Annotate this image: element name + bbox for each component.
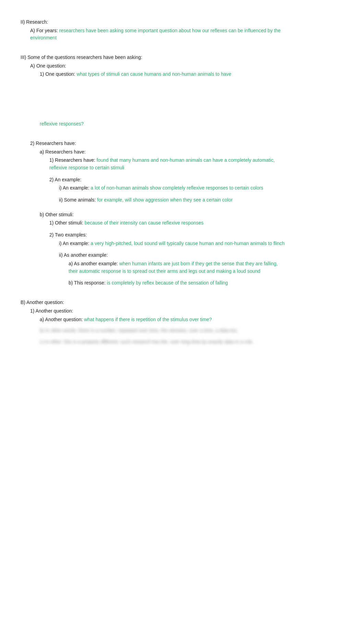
section-III-2-a-1-text: 1) Researchers have: <box>49 157 95 163</box>
section-III-2-label: 2) Researchers have: <box>30 140 288 147</box>
section-II-A-text: A) For years: <box>30 28 58 33</box>
blurred-block-1: b) In other words: there is a number, re… <box>40 327 288 334</box>
section-III-2-b-1-label: 1) Other stimuli: because of their inten… <box>49 219 288 227</box>
section-III-A-1-text: 1) One question: <box>40 71 75 77</box>
section-III-2-b-2-ii-label: ii) As another example: <box>59 252 288 259</box>
section-B-text: B) Another question: <box>21 300 64 305</box>
section-III-2-b-1-green: because of their intensity can cause ref… <box>85 220 204 226</box>
section-III-2-b-2-ii-b-text: b) This response: <box>69 280 106 285</box>
blurred-text-1: b) In other words: there is a number, re… <box>40 328 238 333</box>
section-III-2-a-2-label: 2) An example: <box>49 176 288 184</box>
section-III-text: III) Some of the questions researchers h… <box>21 54 142 60</box>
section-III-2-a-2-i-label: i) An example: a lot of non-human animal… <box>59 184 288 192</box>
section-III-A-1-label: 1) One question: what types of stimuli c… <box>40 71 288 78</box>
section-III-2-b-2-i-green: a very high-pitched, loud sound will typ… <box>91 241 285 246</box>
section-III-2-a-2-ii-text: ii) Some animals: <box>59 197 96 203</box>
outline-container: II) Research: A) For years: researchers … <box>21 19 288 345</box>
section-II-A-green: researchers have been asking some import… <box>30 28 281 41</box>
section-III-A-green-cont: reflexive responses? <box>40 120 288 128</box>
section-III-2-a-2-ii-label: ii) Some animals: for example, will show… <box>59 196 288 204</box>
blurred-block-2: c) In other: this is a property differen… <box>40 338 288 345</box>
section-III-A-1-green: what types of stimuli can cause humans a… <box>76 71 231 77</box>
section-B-1-a-green: what happens if there is repetition of t… <box>84 317 212 322</box>
section-III-2-b-2-ii-a-label: a) As another example: when human infant… <box>69 260 288 275</box>
section-III-2-b-1-text: 1) Other stimuli: <box>49 220 83 226</box>
section-III-2-b-2-i-label: i) An example: a very high-pitched, loud… <box>59 240 288 247</box>
section-III-2-b-2-text: 2) Two examples: <box>49 232 87 238</box>
section-III-2-b-2-ii-b-label: b) This response: is completely by refle… <box>69 279 288 287</box>
blurred-text-2: c) In other: this is a property differen… <box>40 339 254 344</box>
section-B-1-a-label: a) Another question: what happens if the… <box>40 316 288 324</box>
section-III-2-text: 2) Researchers have: <box>30 141 76 146</box>
section-III-2-b-2-i-text: i) An example: <box>59 241 89 246</box>
section-B-1-label: 1) Another question: <box>30 307 288 315</box>
spacer-page-break <box>21 79 288 120</box>
section-B-label: B) Another question: <box>21 299 288 306</box>
section-II-text: II) Research: <box>21 19 48 25</box>
section-III-2-a-1-label: 1) Researchers have: found that many hum… <box>49 157 288 171</box>
section-III-2-a-2-text: 2) An example: <box>49 177 81 182</box>
section-B-1-text: 1) Another question: <box>30 308 73 314</box>
section-III-2-b-label: b) Other stimuli: <box>40 211 288 219</box>
section-III-2-a-2-i-text: i) An example: <box>59 185 89 191</box>
section-III-A-text: A) One question: <box>30 63 66 69</box>
section-III-2-a-2-i-green: a lot of non-human animals show complete… <box>91 185 263 191</box>
section-III-A-green-continuation: reflexive responses? <box>40 121 84 126</box>
section-II-A-label: A) For years: researchers have been aski… <box>30 27 288 42</box>
section-III-2-b-2-ii-a-text: a) As another example: <box>69 261 118 266</box>
section-III-A-label: A) One question: <box>30 62 288 70</box>
section-III-2-a-label: a) Researchers have: <box>40 148 288 156</box>
section-III-2-a-2-ii-green: for example, will show aggression when t… <box>97 197 232 203</box>
section-III-2-b-2-label: 2) Two examples: <box>49 231 288 239</box>
section-III-2-b-text: b) Other stimuli: <box>40 212 74 217</box>
section-II-label: II) Research: <box>21 19 288 26</box>
section-III-2-a-text: a) Researchers have: <box>40 149 86 155</box>
section-III-2-b-2-ii-b-green: is completely by reflex because of the s… <box>107 280 228 285</box>
section-III-2-b-2-ii-text: ii) As another example: <box>59 252 108 258</box>
section-B-1-a-text: a) Another question: <box>40 317 83 322</box>
section-III-label: III) Some of the questions researchers h… <box>21 54 288 61</box>
